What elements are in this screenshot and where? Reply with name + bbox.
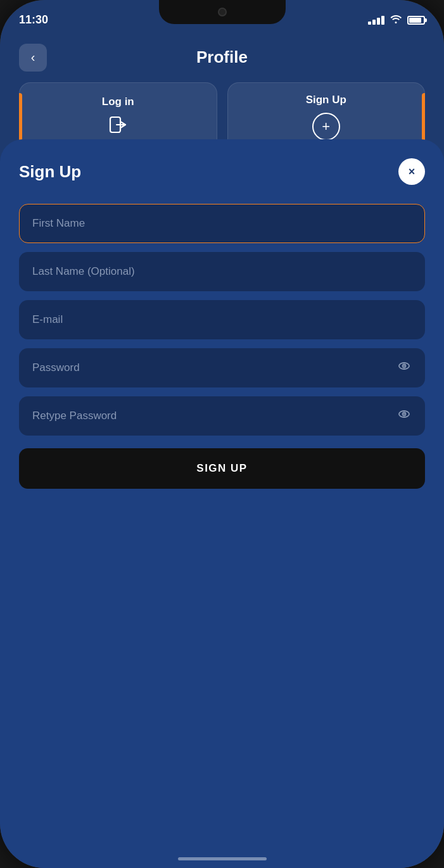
retype-password-eye-icon[interactable] — [396, 406, 412, 425]
password-eye-icon[interactable] — [396, 358, 412, 377]
password-field[interactable] — [19, 348, 425, 387]
form-fields — [19, 204, 425, 436]
email-field[interactable] — [19, 300, 425, 339]
svg-point-6 — [403, 413, 405, 415]
header: ‹ Profile — [0, 35, 444, 80]
phone-screen: 11:30 — [0, 0, 444, 868]
email-input[interactable] — [32, 313, 412, 326]
close-button[interactable]: × — [398, 158, 425, 185]
tab-signup-indicator — [422, 93, 425, 141]
battery-icon — [407, 16, 425, 25]
signal-icon — [368, 16, 384, 25]
status-icons — [368, 9, 425, 26]
phone-frame: 11:30 — [0, 0, 444, 868]
login-icon — [108, 115, 128, 139]
svg-point-3 — [403, 365, 405, 367]
tab-login-indicator — [19, 93, 22, 141]
camera — [218, 8, 227, 16]
modal-header: Sign Up × — [19, 158, 425, 185]
last-name-field[interactable] — [19, 252, 425, 291]
status-time: 11:30 — [19, 8, 48, 27]
wifi-icon — [390, 14, 402, 26]
modal-sheet: Sign Up × — [0, 139, 444, 868]
signup-icon: + — [312, 113, 340, 141]
signup-button[interactable]: SIGN UP — [19, 448, 425, 489]
signup-button-label: SIGN UP — [196, 462, 247, 475]
retype-password-field[interactable] — [19, 396, 425, 436]
close-icon: × — [409, 165, 415, 179]
notch — [159, 0, 286, 24]
first-name-input[interactable] — [32, 217, 412, 230]
tab-login-label: Log in — [102, 96, 134, 108]
chevron-left-icon: ‹ — [31, 50, 35, 65]
first-name-field[interactable] — [19, 204, 425, 243]
retype-password-input[interactable] — [32, 410, 396, 422]
home-indicator — [178, 857, 267, 860]
modal-title: Sign Up — [19, 162, 81, 182]
back-button[interactable]: ‹ — [19, 44, 47, 72]
last-name-input[interactable] — [32, 265, 412, 278]
tab-signup-label: Sign Up — [306, 94, 346, 106]
password-input[interactable] — [32, 362, 396, 374]
page-title: Profile — [196, 47, 248, 67]
